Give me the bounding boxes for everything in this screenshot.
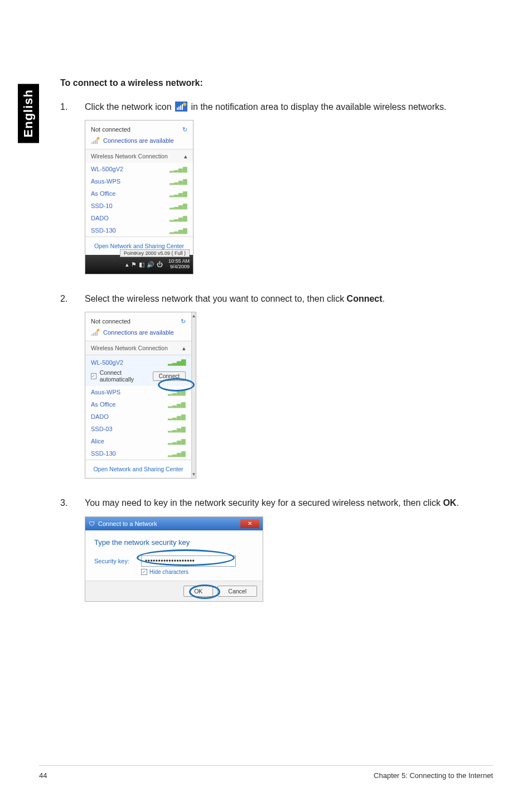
wifi-ssid: SSD-10: [91, 202, 113, 209]
svg-rect-9: [96, 139, 98, 144]
signal-bars-icon: ▂▃▅▇: [170, 228, 187, 234]
signal-bars-icon: ▂▃▅▇: [168, 414, 186, 420]
selected-ssid-name: WL-500gV2: [91, 359, 123, 366]
step-2-text-before: Select the wireless network that you wan…: [85, 294, 347, 303]
wifi-ssid: SSD-03: [91, 426, 113, 432]
svg-rect-6: [91, 142, 93, 144]
step-2: 2. Select the wireless network that you …: [60, 292, 495, 305]
chevron-up-icon-2[interactable]: ▴: [182, 345, 186, 351]
tray-network-icon[interactable]: ◧: [139, 261, 144, 268]
signal-bars-icon: ▂▃▅▇: [170, 178, 187, 185]
tray-flag-icon[interactable]: ⚑: [131, 261, 137, 268]
step-1-text: Click the network icon in the notificati…: [85, 100, 495, 113]
step-3-number: 3.: [60, 496, 85, 509]
refresh-icon[interactable]: ↻: [182, 126, 187, 133]
tray-tooltip: PointKey 2000 v5.09 ( Full ): [120, 249, 190, 257]
chevron-up-icon[interactable]: ▴: [184, 153, 187, 160]
wifi-network-row[interactable]: As Office▂▃▅▇: [85, 187, 193, 200]
signal-bars-icon: ▂▃▅▇: [168, 359, 186, 366]
wifi-network-row[interactable]: Asus-WPS▂▃▅▇: [85, 175, 193, 187]
signal-bars-icon: ▂▃▅▇: [170, 191, 187, 197]
step-3-ok-bold: OK: [443, 498, 456, 508]
security-key-label: Security key:: [94, 558, 133, 564]
svg-rect-7: [93, 141, 94, 144]
scroll-up-icon[interactable]: ▲: [192, 313, 196, 318]
step-2-connect-bold: Connect: [347, 294, 383, 303]
svg-rect-11: [91, 334, 93, 336]
step-2-text-after: .: [383, 294, 385, 303]
wifi-network-row[interactable]: SSD-10▂▃▅▇: [85, 200, 193, 212]
dialog-prompt: Type the network security key: [94, 538, 254, 547]
not-connected-label: Not connected: [91, 126, 130, 133]
svg-rect-2: [178, 107, 180, 110]
scroll-down-icon[interactable]: ▼: [192, 472, 196, 477]
selected-network[interactable]: WL-500gV2 ▂▃▅▇ ✓ Connect automatically C…: [85, 355, 191, 386]
section-label-2: Wireless Network Connection: [91, 345, 168, 351]
step-3: 3. You may need to key in the network se…: [60, 496, 495, 509]
wifi-ssid: DADO: [91, 215, 109, 221]
chapter-label: Chapter 5: Connecting to the Internet: [374, 771, 493, 780]
signal-bars-icon: ▂▃▅▇: [170, 166, 187, 172]
wifi-ssid: As Office: [91, 190, 115, 197]
network-tray-icon: [175, 102, 187, 112]
wifi-network-row[interactable]: Alice▂▃▅▇: [85, 435, 191, 447]
tray-volume-icon[interactable]: 🔊: [147, 261, 154, 268]
wifi-network-row[interactable]: SSD-03▂▃▅▇: [85, 423, 191, 435]
step-3-text-after: .: [456, 498, 458, 508]
wifi-ssid: SSD-130: [91, 227, 116, 234]
wifi-ssid: Asus-WPS: [91, 178, 120, 185]
signal-bars-icon: ▂▃▅▇: [168, 451, 186, 457]
wifi-ssid: WL-500gV2: [91, 166, 123, 172]
svg-rect-14: [96, 331, 98, 336]
system-tray: PointKey 2000 v5.09 ( Full ) ▴ ⚑ ◧ 🔊 ⏻ 1…: [85, 255, 193, 274]
wifi-network-row[interactable]: DADO▂▃▅▇: [85, 410, 191, 423]
wifi-network-row[interactable]: SSD-130▂▃▅▇: [85, 224, 193, 236]
connections-available-label: Connections are available: [103, 137, 174, 144]
wifi-ssid: Alice: [91, 438, 104, 445]
page-footer: 44 Chapter 5: Connecting to the Internet: [39, 765, 493, 780]
dialog-shield-icon: 🛡: [89, 520, 95, 527]
signal-icon-2: [91, 328, 100, 336]
wifi-network-row[interactable]: As Office▂▃▅▇: [85, 398, 191, 410]
wifi-network-row[interactable]: Asus-WPS▂▃▅▇: [85, 386, 191, 398]
step-1-text-before: Click the network icon: [85, 102, 174, 112]
connect-auto-checkbox[interactable]: ✓: [91, 373, 96, 379]
wifi-ssid: Asus-WPS: [91, 389, 120, 395]
svg-rect-4: [182, 104, 183, 110]
open-network-center-link-2[interactable]: Open Network and Sharing Center: [85, 460, 191, 478]
wifi-network-row[interactable]: DADO▂▃▅▇: [85, 212, 193, 224]
cancel-button[interactable]: Cancel: [217, 586, 257, 597]
not-connected-label-2: Not connected: [91, 318, 130, 325]
tray-up-icon[interactable]: ▴: [125, 261, 129, 268]
svg-rect-12: [93, 333, 94, 336]
refresh-icon-2[interactable]: ↻: [181, 318, 186, 325]
wifi-ssid: As Office: [91, 401, 115, 408]
tray-date: 9/4/2009: [168, 264, 190, 270]
svg-point-5: [183, 103, 186, 106]
wifi-network-row[interactable]: WL-500gV2▂▃▅▇: [85, 163, 193, 175]
ok-button[interactable]: OK: [183, 586, 213, 597]
security-key-dialog: 🛡 Connect to a Network ✕ Type the networ…: [85, 516, 263, 602]
step-3-text-before: You may need to key in the network secur…: [85, 498, 443, 508]
signal-bars-icon: ▂▃▅▇: [168, 438, 186, 445]
hide-chars-checkbox[interactable]: ✓: [141, 569, 147, 575]
security-key-input[interactable]: [141, 555, 236, 567]
svg-point-15: [97, 329, 100, 332]
wifi-flyout-panel-2: Not connected ↻ Connections are availabl…: [85, 312, 196, 479]
step-3-text: You may need to key in the network secur…: [85, 496, 495, 509]
language-tab: English: [18, 84, 39, 143]
close-icon[interactable]: ✕: [240, 519, 259, 528]
wifi-ssid: SSD-130: [91, 450, 116, 457]
wifi-flyout-panel-1: Not connected ↻ Connections are availabl…: [85, 120, 194, 274]
step-1-number: 1.: [60, 100, 85, 113]
svg-rect-3: [180, 105, 181, 110]
page-number: 44: [39, 771, 47, 780]
wifi-network-row[interactable]: SSD-130▂▃▅▇: [85, 447, 191, 460]
connect-button[interactable]: Connect: [153, 371, 186, 381]
tray-power-icon[interactable]: ⏻: [157, 261, 163, 268]
signal-bars-icon: ▂▃▅▇: [170, 203, 187, 209]
step-1: 1. Click the network icon in the notific…: [60, 100, 495, 113]
step-2-text: Select the wireless network that you wan…: [85, 292, 495, 305]
step-1-text-after: in the notification area to display the …: [191, 102, 447, 112]
signal-bars-icon: ▂▃▅▇: [168, 426, 186, 432]
